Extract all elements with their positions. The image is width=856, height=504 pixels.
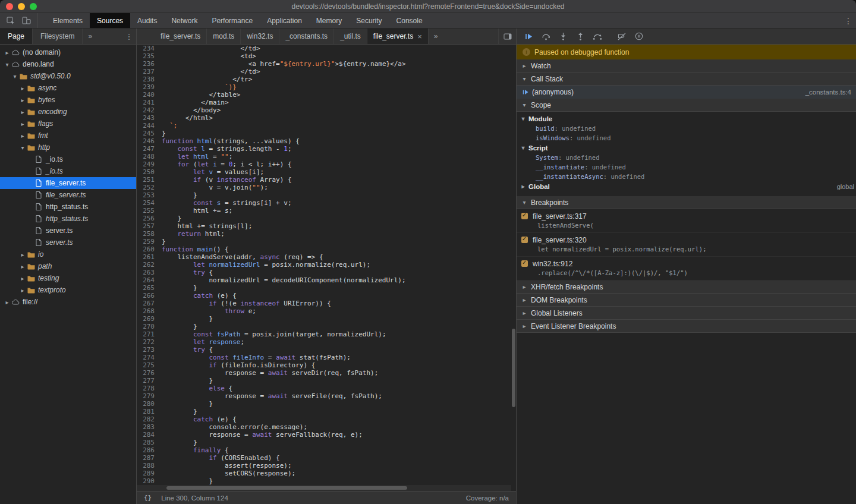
line-number[interactable]: 248 xyxy=(137,153,159,160)
collapsed-arrow-icon[interactable]: ▸ xyxy=(19,85,26,92)
line-number[interactable]: 272 xyxy=(137,338,159,346)
breakpoint-code-preview[interactable]: listenAndServe( xyxy=(521,221,851,230)
resume-icon[interactable] xyxy=(523,30,534,42)
collapsed-arrow-icon[interactable]: ▸ xyxy=(19,109,26,115)
line-number[interactable]: 278 xyxy=(137,385,159,392)
expanded-arrow-icon[interactable]: ▾ xyxy=(19,144,26,151)
editor-tab-constants-ts[interactable]: _constants.ts xyxy=(279,29,334,44)
line-number[interactable]: 238 xyxy=(137,75,159,83)
line-number[interactable]: 246 xyxy=(137,137,159,145)
line-number[interactable]: 285 xyxy=(137,439,159,446)
step-out-icon[interactable] xyxy=(574,30,586,42)
scope-variable[interactable]: __instantiateAsync: undefined xyxy=(517,172,856,181)
more-options-icon[interactable]: ⋮ xyxy=(841,13,856,28)
editor-tab-util-ts[interactable]: _util.ts xyxy=(334,29,367,44)
pretty-print-icon[interactable]: {} xyxy=(144,494,152,502)
collapsed-arrow-icon[interactable]: ▸ xyxy=(19,287,26,294)
collapsed-arrow-icon[interactable]: ▸ xyxy=(4,49,11,56)
line-number[interactable]: 279 xyxy=(137,392,159,400)
line-number[interactable]: 257 xyxy=(137,222,159,230)
line-number[interactable]: 260 xyxy=(137,245,159,253)
line-number[interactable]: 259 xyxy=(137,238,159,245)
line-number[interactable]: 235 xyxy=(137,52,159,60)
scope-variable[interactable]: System: undefined xyxy=(517,153,856,162)
folder-item-async[interactable]: ▸async xyxy=(0,82,136,94)
scope-variable[interactable]: isWindows: undefined xyxy=(517,133,856,143)
collapsed-arrow-icon[interactable]: ▸ xyxy=(19,275,26,282)
file-item-http-status-ts[interactable]: http_status.ts xyxy=(0,213,136,225)
line-number[interactable]: 263 xyxy=(137,269,159,276)
line-number[interactable]: 276 xyxy=(137,369,159,377)
frame-location[interactable]: _constants.ts:4 xyxy=(805,89,851,96)
line-number[interactable]: 286 xyxy=(137,446,159,454)
section-header-breakpoints[interactable]: ▾Breakpoints xyxy=(517,196,856,209)
folder-item-path[interactable]: ▸path xyxy=(0,260,136,272)
editor-tab-win32-ts[interactable]: win32.ts xyxy=(241,29,279,44)
breakpoint-code-preview[interactable]: let normalizedUrl = posix.normalize(req.… xyxy=(521,245,851,254)
line-number[interactable]: 290 xyxy=(137,477,159,485)
line-number[interactable]: 273 xyxy=(137,346,159,354)
file-item-io-ts[interactable]: _io.ts xyxy=(0,165,136,177)
file-item-file-server-ts[interactable]: file_server.ts xyxy=(0,189,136,201)
folder-item-encoding[interactable]: ▸encoding xyxy=(0,106,136,118)
section-header-xhr-fetch-breakpoints[interactable]: ▸XHR/fetch Breakpoints xyxy=(517,281,856,294)
expanded-arrow-icon[interactable]: ▾ xyxy=(4,61,11,68)
line-number[interactable]: 265 xyxy=(137,284,159,292)
line-number[interactable]: 247 xyxy=(137,145,159,153)
line-number[interactable]: 239 xyxy=(137,83,159,91)
section-header-dom-breakpoints[interactable]: ▸DOM Breakpoints xyxy=(517,294,856,307)
device-toolbar-icon[interactable] xyxy=(18,14,34,28)
file-item-server-ts[interactable]: server.ts xyxy=(0,237,136,248)
folder-item-io[interactable]: ▸io xyxy=(0,248,136,260)
line-number[interactable]: 270 xyxy=(137,323,159,330)
tab-elements[interactable]: Elements xyxy=(46,13,90,28)
horizontal-scrollbar-track[interactable] xyxy=(137,485,511,491)
section-header-scope[interactable]: ▾Scope xyxy=(517,99,856,112)
zoom-window-button[interactable] xyxy=(30,3,37,10)
line-number[interactable]: 267 xyxy=(137,300,159,307)
editor-tab-mod-ts[interactable]: mod.ts xyxy=(207,29,241,44)
line-number[interactable]: 288 xyxy=(137,462,159,470)
editor-tab-file-server-ts[interactable]: file_server.ts xyxy=(155,29,207,44)
editor-tab-file-server-ts[interactable]: file_server.ts× xyxy=(367,29,429,44)
line-number[interactable]: 242 xyxy=(137,106,159,114)
line-number[interactable]: 264 xyxy=(137,276,159,284)
line-number[interactable]: 268 xyxy=(137,307,159,315)
domain-item-deno-land[interactable]: ▾deno.land xyxy=(0,58,136,70)
breakpoint-checkbox[interactable] xyxy=(521,237,528,243)
deactivate-breakpoints-icon[interactable] xyxy=(616,30,628,42)
folder-item-testing[interactable]: ▸testing xyxy=(0,272,136,284)
section-header-watch[interactable]: ▸Watch xyxy=(517,59,856,73)
scope-variable[interactable]: build: undefined xyxy=(517,124,856,133)
file-item-server-ts[interactable]: server.ts xyxy=(0,225,136,237)
line-number[interactable]: 284 xyxy=(137,431,159,439)
line-number[interactable]: 241 xyxy=(137,99,159,106)
file-item-http-status-ts[interactable]: http_status.ts xyxy=(0,201,136,213)
scope-group-script[interactable]: ▾Script xyxy=(517,143,856,153)
breakpoint-code-preview[interactable]: .replace(/^\/*([A-Za-z]:)(\/|$)/, "$1/") xyxy=(521,269,851,278)
line-number[interactable]: 283 xyxy=(137,423,159,431)
collapsed-arrow-icon[interactable]: ▸ xyxy=(19,97,26,103)
collapsed-arrow-icon[interactable]: ▸ xyxy=(19,133,26,139)
line-number[interactable]: 274 xyxy=(137,354,159,361)
close-window-button[interactable] xyxy=(6,3,13,10)
line-number[interactable]: 256 xyxy=(137,215,159,222)
step-into-icon[interactable] xyxy=(557,30,569,42)
line-number[interactable]: 245 xyxy=(137,130,159,137)
line-number[interactable]: 251 xyxy=(137,176,159,184)
section-header-global-listeners[interactable]: ▸Global Listeners xyxy=(517,307,856,320)
collapsed-arrow-icon[interactable]: ▸ xyxy=(4,299,11,305)
breakpoint-location[interactable]: file_server.ts:320 xyxy=(533,236,587,244)
file-item-io-ts[interactable]: _io.ts xyxy=(0,153,136,165)
line-number[interactable]: 266 xyxy=(137,292,159,300)
scope-variable[interactable]: __instantiate: undefined xyxy=(517,162,856,172)
scope-group-module[interactable]: ▾Module xyxy=(517,114,856,124)
navigator-tab-page[interactable]: Page xyxy=(0,29,33,44)
tab-memory[interactable]: Memory xyxy=(309,13,349,28)
line-number[interactable]: 271 xyxy=(137,330,159,338)
breakpoint-checkbox[interactable] xyxy=(521,260,528,267)
folder-item-http[interactable]: ▾http xyxy=(0,141,136,153)
line-number[interactable]: 269 xyxy=(137,315,159,323)
navigator-tab-filesystem[interactable]: Filesystem xyxy=(33,29,83,44)
line-number[interactable]: 236 xyxy=(137,60,159,68)
